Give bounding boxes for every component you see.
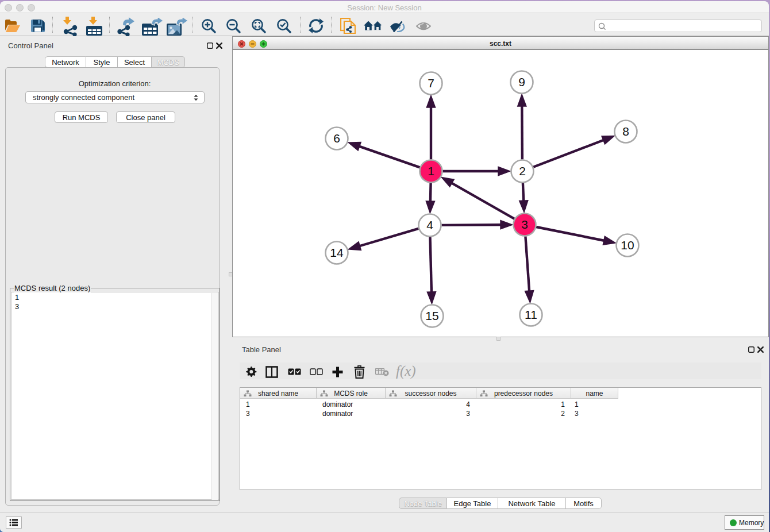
svg-text:14: 14	[330, 246, 344, 259]
svg-text:7: 7	[428, 76, 434, 90]
svg-text:11: 11	[525, 308, 537, 321]
svg-text:10: 10	[621, 238, 634, 252]
svg-text:3: 3	[521, 218, 528, 231]
svg-text:4: 4	[426, 218, 433, 232]
svg-text:8: 8	[622, 125, 629, 138]
svg-text:6: 6	[333, 132, 340, 145]
svg-text:9: 9	[518, 75, 525, 88]
svg-text:2: 2	[519, 164, 526, 178]
svg-text:15: 15	[425, 309, 438, 322]
svg-text:1: 1	[428, 164, 434, 178]
